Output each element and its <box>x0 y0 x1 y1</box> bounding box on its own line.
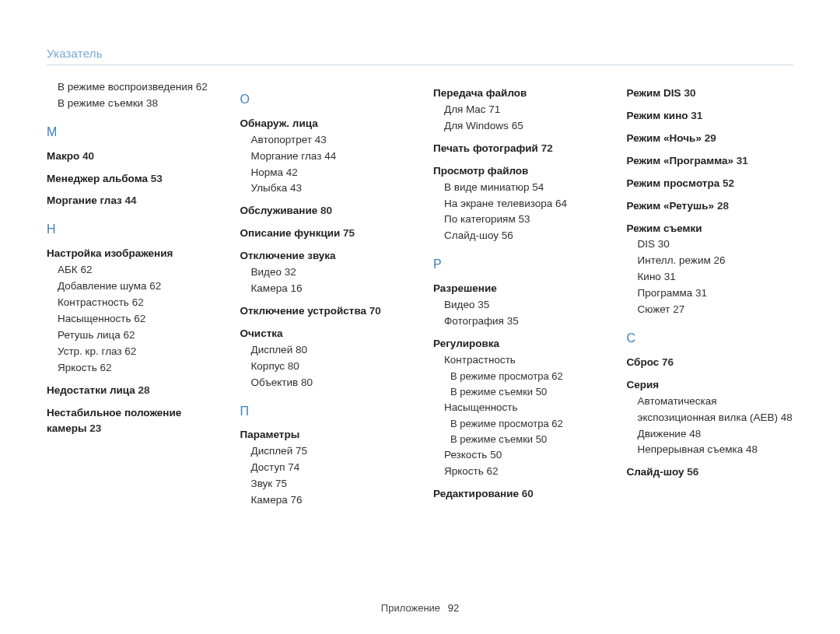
index-entry-text: Менеджер альбома <box>47 173 148 184</box>
index-page-ref: 30 <box>684 87 695 99</box>
index-entry: Параметры <box>240 427 408 443</box>
index-subentry-text: Улыбка <box>251 182 288 194</box>
index-page-ref: 76 <box>290 494 302 506</box>
index-subentry-text: Яркость <box>444 465 484 477</box>
index-subentry: Устр. кр. глаз 62 <box>58 344 214 360</box>
index-entry: Режим «Ночь» 29 <box>627 131 794 147</box>
index-page-ref: 62 <box>81 264 93 275</box>
index-page-ref: 44 <box>324 150 336 162</box>
index-subentry-text: Доступ <box>251 461 285 473</box>
index-subentry: Дисплей 75 <box>251 443 408 460</box>
index-page-ref: 42 <box>286 166 298 178</box>
index-subentry: Контрастность 62 <box>58 295 214 311</box>
index-subentry-text: Моргание глаз <box>251 150 322 162</box>
index-entry: Режим «Программа» 31 <box>627 153 794 170</box>
index-page-ref: 29 <box>705 132 716 144</box>
index-entry-text: Регулировка <box>433 338 499 349</box>
index-subentry-text: В режиме съемки <box>58 97 143 109</box>
index-subentry: В режиме воспроизведения 62 <box>58 79 214 96</box>
index-page-ref: 35 <box>478 299 489 310</box>
index-entry-text: Режим просмотра <box>627 177 720 189</box>
index-page-ref: 53 <box>151 173 163 184</box>
index-entry: Режим кино 31 <box>627 108 794 124</box>
index-page-ref: 52 <box>723 177 734 189</box>
index-page-ref: 74 <box>288 461 299 473</box>
index-entry: Настройка изображения <box>47 246 214 262</box>
index-entry-text: Очистка <box>240 328 283 339</box>
index-subentry: Кино 31 <box>638 269 794 285</box>
index-page-ref: 30 <box>658 238 670 250</box>
index-page-ref: 28 <box>717 200 729 212</box>
footer-page-number: 92 <box>448 602 459 614</box>
page-title: Указатель <box>47 47 793 65</box>
index-subentry: Яркость 62 <box>444 464 600 480</box>
index-page-ref: 56 <box>502 229 513 241</box>
index-page-ref: 38 <box>146 97 158 109</box>
index-page-ref: 65 <box>512 120 523 131</box>
index-entry-text: Режим кино <box>627 110 688 121</box>
index-entry-text: Серия <box>627 379 660 391</box>
index-page-ref: 16 <box>290 282 302 294</box>
index-page-ref: 28 <box>138 384 150 396</box>
index-page-ref: 76 <box>662 356 674 368</box>
index-subentry: Интелл. режим 26 <box>638 253 794 269</box>
index-subentry: Фотография 35 <box>444 313 600 330</box>
index-page-ref: 35 <box>507 315 519 327</box>
index-entry-text: Редактирование <box>433 488 519 499</box>
index-letter: Р <box>433 255 600 275</box>
index-entry: Регулировка <box>433 336 600 352</box>
index-subentry-text: Норма <box>251 166 284 178</box>
index-page-ref: 75 <box>343 227 355 239</box>
index-page-ref: 75 <box>296 445 307 457</box>
index-page-ref: 80 <box>320 205 332 216</box>
index-entry: Отключение звука <box>240 248 408 264</box>
index-page-ref: 48 <box>689 428 701 440</box>
index-page-ref: 44 <box>125 194 137 206</box>
index-subentry-text: Автопортрет <box>251 134 312 145</box>
index-subentry-text: Ретушь лица <box>58 329 121 341</box>
index-entry-text: Разрешение <box>433 282 497 294</box>
index-subentry: На экране телевизора 64 <box>444 196 600 212</box>
index-subentry-text: Камера <box>251 282 288 294</box>
index-page-ref: 62 <box>124 329 135 341</box>
index-entry: Режим DIS 30 <box>627 86 794 102</box>
index-subentry-text: Для Mac <box>444 103 486 115</box>
index-subentry: Резкость 50 <box>444 447 600 464</box>
index-subentry: Непрерывная съемка 48 <box>638 442 794 458</box>
index-entry: Отключение устройства 70 <box>240 303 408 320</box>
index-column: ООбнаруж. лицаАвтопортрет 43Моргание гла… <box>240 79 408 509</box>
index-entry: Моргание глаз 44 <box>47 193 214 209</box>
index-subentry-text: Кино <box>638 271 661 282</box>
index-page-ref: 31 <box>737 155 748 166</box>
index-subentry-text: На экране телевизора <box>444 198 552 209</box>
index-entry: Сброс 76 <box>627 355 794 371</box>
index-column: Режим DIS 30Режим кино 31Режим «Ночь» 29… <box>627 79 794 509</box>
index-entry-text: Сброс <box>627 356 660 368</box>
index-subentry: Слайд-шоу 56 <box>444 228 600 244</box>
index-entry-text: Макро <box>47 150 79 162</box>
index-subentry: По категориям 53 <box>444 212 600 228</box>
index-entry-text: Обслуживание <box>240 205 318 216</box>
index-entry: Режим «Ретушь» 28 <box>627 198 794 215</box>
index-subentry-text: Дисплей <box>251 344 293 356</box>
index-page-ref: 53 <box>518 213 530 225</box>
index-letter: С <box>627 329 794 349</box>
index-column: В режиме воспроизведения 62В режиме съем… <box>47 79 214 509</box>
index-page-ref: 62 <box>487 465 499 477</box>
index-entry-text: Печать фотографий <box>433 142 538 154</box>
index-entry-text: Режим «Программа» <box>627 155 734 166</box>
index-subentry: Движение 48 <box>638 426 794 443</box>
index-entry-text: Режим «Ночь» <box>627 132 702 144</box>
index-page-ref: 62 <box>551 370 562 382</box>
index-page-ref: 43 <box>290 182 302 194</box>
index-subentry: Камера 16 <box>251 281 408 297</box>
index-page: Указатель В режиме воспроизведения 62В р… <box>0 0 840 634</box>
index-page-ref: 62 <box>551 418 562 429</box>
index-subentry: Корпус 80 <box>251 359 408 375</box>
index-subentry-text: Непрерывная съемка <box>638 443 744 455</box>
index-page-ref: 62 <box>132 296 144 308</box>
index-entry-text: Режим съемки <box>627 222 702 234</box>
index-page-ref: 48 <box>781 412 793 423</box>
index-letter: П <box>240 402 408 422</box>
index-subentry: Для Mac 71 <box>444 102 600 118</box>
